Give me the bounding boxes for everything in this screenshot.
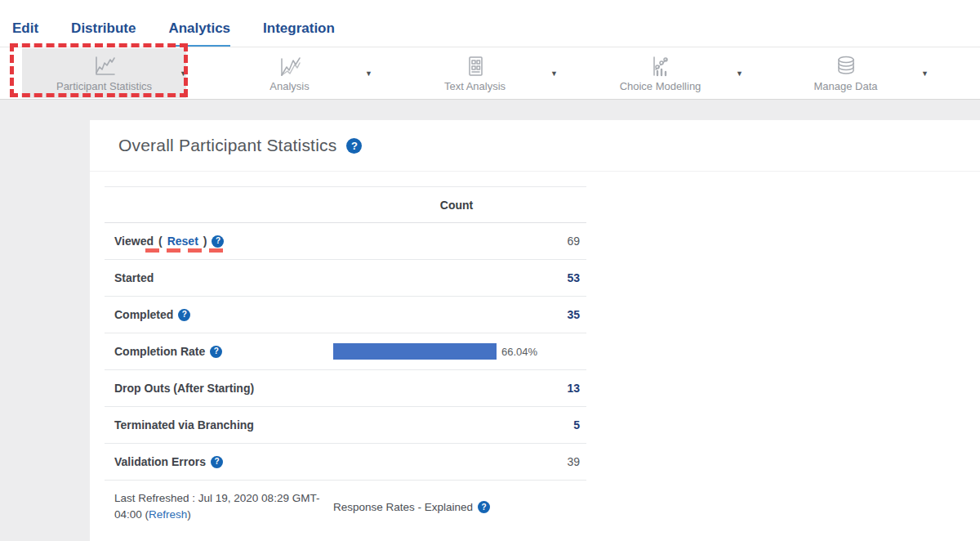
completion-rate-cell: 66.04% (327, 343, 586, 360)
table-row: Completion Rate ? 66.04% (105, 333, 586, 370)
annotation-dashed-underline (145, 248, 226, 253)
last-refreshed-text: Last Refreshed : Jul 19, 2020 08:29 GMT-… (114, 490, 333, 523)
card-header: Overall Participant Statistics ? (90, 120, 980, 172)
last-refreshed-prefix: Last Refreshed : Jul 19, 2020 08:29 GMT-… (114, 492, 319, 521)
row-value: 5 (327, 418, 586, 431)
table-row: Drop Outs (After Starting) 13 (105, 370, 586, 407)
tab-choice-modelling-button[interactable]: Choice Modelling (578, 48, 742, 98)
help-icon[interactable]: ? (211, 456, 223, 468)
tab-participant-statistics[interactable]: Participant Statistics ▼ (11, 47, 197, 99)
chevron-down-icon[interactable]: ▼ (365, 69, 372, 78)
refresh-link[interactable]: Refresh (149, 508, 187, 521)
paren-close: ) (203, 235, 207, 248)
chevron-down-icon[interactable]: ▼ (180, 69, 187, 78)
row-label-cell: Validation Errors ? (105, 455, 327, 468)
page-background: Overall Participant Statistics ? Count V… (0, 100, 980, 541)
analytics-toolbar: Participant Statistics ▼ Analysis ▼ (0, 47, 980, 100)
reset-link[interactable]: Reset (167, 235, 198, 248)
tab-manage-data-button[interactable]: Manage Data (764, 48, 928, 98)
chevron-down-icon[interactable]: ▼ (550, 69, 558, 78)
table-row: Started 53 (105, 260, 586, 297)
tab-text-analysis[interactable]: Text Analysis ▼ (382, 47, 568, 99)
help-icon[interactable]: ? (346, 138, 362, 154)
row-label: Viewed (114, 235, 154, 248)
help-icon[interactable]: ? (478, 501, 490, 513)
table-row: Validation Errors ? 39 (105, 444, 586, 481)
table-header-row: Count (105, 186, 586, 223)
tab-choice-modelling[interactable]: Choice Modelling ▼ (568, 47, 753, 99)
row-label-cell: Viewed ( Reset ) ? (105, 235, 327, 248)
row-label-cell: Drop Outs (After Starting) (105, 382, 327, 395)
nav-item-integration[interactable]: Integration (263, 20, 335, 47)
tab-participant-statistics-button[interactable]: Participant Statistics (22, 48, 186, 98)
response-rates-explained: Response Rates - Explained ? (333, 491, 490, 523)
page-title: Overall Participant Statistics (118, 136, 336, 155)
tab-text-analysis-button[interactable]: Text Analysis (393, 48, 557, 98)
chevron-down-icon[interactable]: ▼ (736, 69, 743, 78)
row-label: Completed (114, 308, 173, 321)
count-column-header: Count (327, 199, 586, 212)
help-icon[interactable]: ? (212, 235, 224, 248)
row-label: Validation Errors (114, 455, 206, 468)
statistics-card: Overall Participant Statistics ? Count V… (90, 120, 980, 541)
help-icon[interactable]: ? (210, 346, 222, 358)
row-value: 39 (327, 455, 586, 468)
tab-label: Text Analysis (444, 80, 506, 92)
nav-item-edit[interactable]: Edit (12, 20, 38, 47)
database-icon (834, 54, 858, 78)
row-value: 13 (327, 382, 586, 395)
paren-open: ( (158, 235, 163, 248)
row-label: Completion Rate (114, 345, 205, 358)
help-icon[interactable]: ? (178, 309, 190, 321)
completion-rate-bar (333, 343, 497, 360)
last-refreshed-suffix: ) (187, 508, 191, 521)
tab-analysis[interactable]: Analysis ▼ (197, 47, 382, 99)
participant-statistics-table: Count Viewed ( Reset ) ? 69 Started (105, 186, 586, 523)
response-rates-label: Response Rates - Explained (333, 501, 473, 513)
table-row: Completed ? 35 (105, 297, 586, 333)
row-value: 35 (327, 308, 586, 321)
row-label: Drop Outs (After Starting) (114, 382, 254, 395)
table-row: Terminated via Branching 5 (105, 407, 586, 444)
chevron-down-icon[interactable]: ▼ (921, 69, 929, 78)
row-label: Started (114, 271, 154, 284)
row-label-cell: Terminated via Branching (105, 418, 327, 431)
completion-rate-value: 66.04% (501, 346, 537, 358)
table-row: Viewed ( Reset ) ? 69 (105, 223, 586, 260)
scatter-chart-icon (648, 54, 673, 78)
row-label-cell: Started (105, 271, 327, 284)
row-value: 53 (327, 271, 586, 284)
tab-analysis-button[interactable]: Analysis (207, 48, 372, 98)
nav-item-distribute[interactable]: Distribute (71, 20, 136, 47)
row-label-cell: Completed ? (105, 308, 327, 321)
table-footer: Last Refreshed : Jul 19, 2020 08:29 GMT-… (105, 481, 586, 523)
top-nav: Edit Distribute Analytics Integration (0, 0, 980, 47)
tab-label: Choice Modelling (620, 80, 702, 92)
tab-label: Participant Statistics (56, 80, 152, 92)
row-label-cell: Completion Rate ? (105, 345, 327, 358)
app-window: Edit Distribute Analytics Integration Pa… (0, 0, 980, 541)
tab-manage-data[interactable]: Manage Data ▼ (753, 47, 938, 99)
row-label: Terminated via Branching (114, 418, 254, 431)
row-value: 69 (327, 235, 586, 248)
nav-item-analytics[interactable]: Analytics (168, 20, 230, 47)
text-grid-icon (463, 54, 488, 78)
trend-chart-icon (278, 54, 302, 78)
tab-label: Manage Data (813, 80, 877, 92)
line-chart-icon (92, 54, 117, 78)
tab-label: Analysis (270, 80, 309, 92)
